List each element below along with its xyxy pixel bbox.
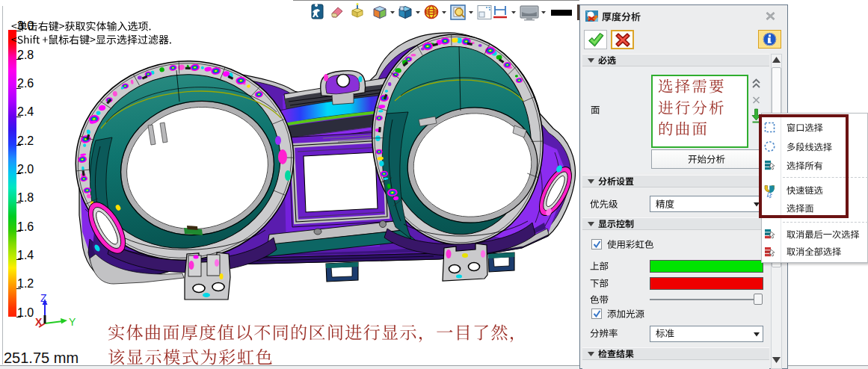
svg-text:Z: Z [40,293,47,304]
svg-text:X: X [35,316,43,328]
svg-text:Y: Y [69,316,76,328]
